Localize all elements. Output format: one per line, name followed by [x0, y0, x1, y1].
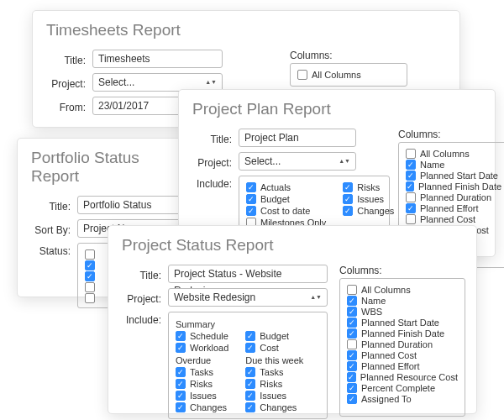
- checkbox-icon: ✓: [347, 394, 357, 404]
- checkbox-assigned-to[interactable]: ✓Assigned To: [347, 394, 458, 404]
- checkbox-percent-complete[interactable]: ✓Percent Complete: [347, 383, 458, 393]
- checkbox-planned-effort[interactable]: ✓Planned Effort: [406, 203, 500, 213]
- checkbox-workload[interactable]: ✓Workload: [176, 343, 228, 353]
- project-select[interactable]: Website Redesign ▲▼: [168, 288, 328, 307]
- checkbox-icon: ✓: [347, 361, 357, 371]
- checkbox-planned-cost[interactable]: Planned Cost: [406, 214, 500, 224]
- checkbox-name[interactable]: ✓Name: [406, 160, 500, 170]
- checkbox-icon: ✓: [245, 367, 255, 377]
- title-input[interactable]: Portfolio Status: [77, 196, 191, 214]
- checkbox-icon: ✓: [176, 331, 186, 341]
- include-box: Summary ✓Schedule ✓Workload Overdue ✓Tas…: [168, 312, 328, 419]
- label-status: Status:: [31, 243, 77, 257]
- label-project: Project:: [46, 76, 92, 90]
- label-include: Include:: [122, 312, 168, 326]
- columns-box: All Columns ✓Name ✓WBS ✓Planned Start Da…: [339, 278, 465, 417]
- checkbox-icon: ✓: [85, 260, 95, 270]
- label-include: Include:: [192, 176, 239, 190]
- label-sortby: Sort By:: [31, 222, 77, 236]
- checkbox-actuals[interactable]: ✓Actuals: [246, 182, 326, 192]
- checkbox-planned-start[interactable]: ✓Planned Start Date: [406, 171, 500, 181]
- label-title: Title:: [192, 131, 239, 145]
- panel-heading: Timesheets Report: [46, 21, 446, 39]
- label-from: From:: [46, 99, 92, 113]
- checkbox-icon: [347, 339, 357, 349]
- checkbox-budget[interactable]: ✓Budget: [246, 194, 326, 204]
- checkbox-schedule[interactable]: ✓Schedule: [176, 331, 228, 341]
- checkbox-icon: ✓: [406, 171, 416, 181]
- checkbox-icon: ✓: [85, 271, 95, 281]
- checkbox-changes-ov[interactable]: ✓Changes: [176, 402, 228, 412]
- checkbox-risks-dw[interactable]: ✓Risks: [245, 379, 303, 389]
- label-title: Title:: [46, 52, 92, 66]
- columns-label: Columns:: [290, 50, 407, 61]
- checkbox-icon: ✓: [347, 383, 357, 393]
- chevron-updown-icon: ▲▼: [310, 296, 322, 299]
- checkbox-planned-duration[interactable]: Planned Duration: [406, 192, 500, 202]
- checkbox-icon: ✓: [246, 206, 256, 216]
- checkbox-all-columns[interactable]: All Columns: [347, 285, 458, 295]
- subhead-overdue: Overdue: [176, 355, 228, 365]
- checkbox-planned-resource-cost[interactable]: ✓Planned Resource Cost: [347, 372, 458, 382]
- checkbox-cost[interactable]: ✓Cost: [245, 343, 303, 353]
- checkbox-icon: [347, 285, 357, 295]
- subhead-due-week: Due this week: [245, 355, 303, 365]
- checkbox-planned-finish[interactable]: ✓Planned Finish Date: [347, 328, 458, 339]
- checkbox-changes[interactable]: ✓Changes: [343, 206, 394, 216]
- checkbox-icon: ✓: [343, 182, 353, 192]
- checkbox-icon: ✓: [176, 367, 186, 377]
- checkbox-tasks-dw[interactable]: ✓Tasks: [245, 367, 303, 377]
- checkbox-name[interactable]: ✓Name: [347, 296, 458, 306]
- label-title: Title:: [122, 267, 168, 281]
- checkbox-icon: [297, 70, 307, 80]
- chevron-updown-icon: ▲▼: [205, 81, 217, 84]
- checkbox-tasks-ov[interactable]: ✓Tasks: [176, 367, 228, 377]
- checkbox-icon: [406, 149, 416, 159]
- title-input[interactable]: Project Plan: [239, 129, 356, 147]
- checkbox-icon: ✓: [406, 181, 414, 192]
- checkbox-planned-start[interactable]: ✓Planned Start Date: [347, 318, 458, 328]
- checkbox-icon: ✓: [347, 307, 357, 317]
- checkbox-icon: ✓: [347, 350, 357, 360]
- title-input[interactable]: Timesheets: [92, 50, 223, 68]
- title-input[interactable]: Project Status - Website Redesign: [168, 265, 328, 283]
- checkbox-wbs[interactable]: ✓WBS: [347, 307, 458, 317]
- checkbox-icon: ✓: [347, 318, 357, 328]
- checkbox-all-columns[interactable]: All Columns: [406, 149, 500, 159]
- checkbox-budget[interactable]: ✓Budget: [245, 331, 303, 341]
- checkbox-icon: ✓: [406, 160, 416, 170]
- checkbox-risks-ov[interactable]: ✓Risks: [176, 379, 228, 389]
- checkbox-planned-duration[interactable]: Planned Duration: [347, 339, 458, 349]
- project-select[interactable]: Select... ▲▼: [239, 152, 356, 171]
- checkbox-icon: [406, 192, 416, 202]
- checkbox-icon: ✓: [347, 296, 357, 306]
- checkbox-all-columns[interactable]: All Columns: [297, 70, 400, 80]
- panel-heading: Project Plan Report: [192, 100, 481, 118]
- checkbox-icon: ✓: [347, 372, 356, 382]
- checkbox-risks[interactable]: ✓Risks: [343, 182, 394, 192]
- checkbox-icon: ✓: [176, 343, 186, 353]
- checkbox-icon: ✓: [343, 206, 353, 216]
- checkbox-icon: ✓: [245, 402, 255, 412]
- checkbox-planned-finish[interactable]: ✓Planned Finish Date: [406, 181, 500, 192]
- checkbox-issues-ov[interactable]: ✓Issues: [176, 391, 228, 401]
- checkbox-icon: ✓: [347, 328, 357, 339]
- checkbox-changes-dw[interactable]: ✓Changes: [245, 402, 303, 412]
- checkbox-icon: [85, 249, 95, 260]
- panel-heading: Portfolio Status Report: [31, 149, 192, 186]
- checkbox-issues-dw[interactable]: ✓Issues: [245, 391, 303, 401]
- checkbox-icon: ✓: [245, 379, 255, 389]
- panel-heading: Project Status Report: [122, 236, 463, 255]
- checkbox-icon: ✓: [245, 391, 255, 401]
- checkbox-issues[interactable]: ✓Issues: [343, 194, 394, 204]
- label-project: Project:: [192, 155, 239, 169]
- checkbox-planned-effort[interactable]: ✓Planned Effort: [347, 361, 458, 371]
- columns-box: All Columns: [290, 63, 407, 87]
- checkbox-icon: ✓: [176, 379, 186, 389]
- checkbox-icon: ✓: [176, 391, 186, 401]
- checkbox-icon: ✓: [245, 343, 255, 353]
- subhead-summary: Summary: [176, 319, 228, 329]
- checkbox-planned-cost[interactable]: ✓Planned Cost: [347, 350, 458, 360]
- checkbox-cost-to-date[interactable]: ✓Cost to date: [246, 206, 326, 216]
- project-status-panel: Project Status Report Title: Project Sta…: [108, 225, 477, 414]
